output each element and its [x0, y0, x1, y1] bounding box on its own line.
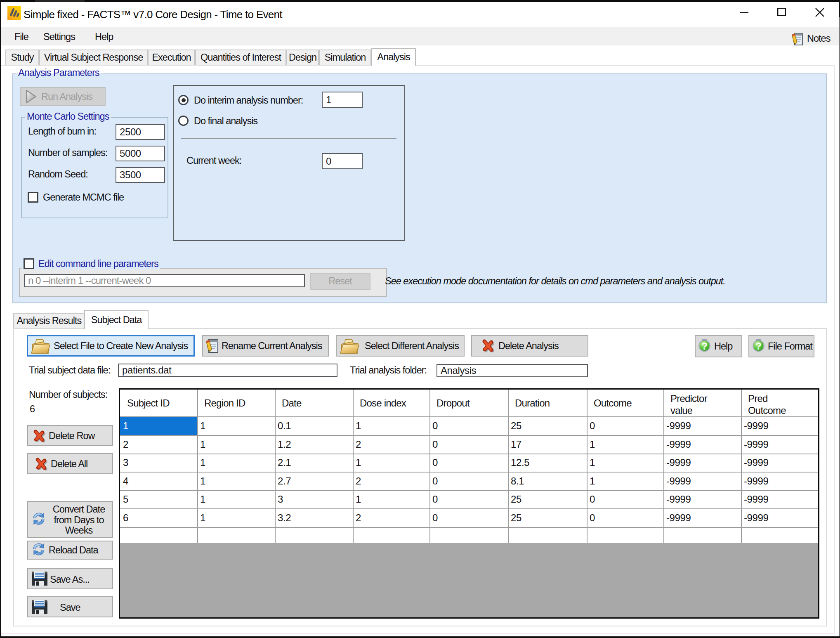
svg-text:?: ? — [701, 340, 708, 352]
svg-text:?: ? — [755, 340, 762, 352]
